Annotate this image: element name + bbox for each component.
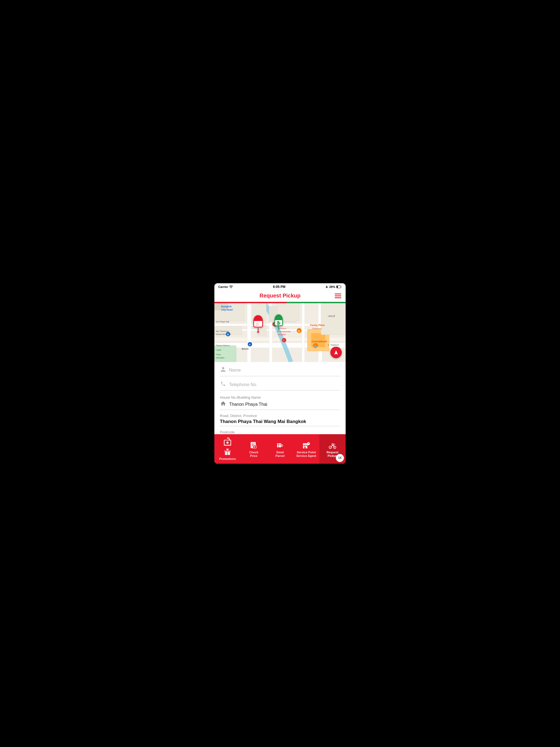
bottom-nav: Promotions ฿ CheckPrice <box>214 434 346 463</box>
status-bar: Carrier 6:05 PM 28% <box>214 283 346 290</box>
status-time: 6:05 PM <box>273 285 285 289</box>
menu-button[interactable] <box>335 293 341 298</box>
map-svg: Bangkok City Hotel Soi Phaya Nak Jim Tho… <box>214 302 346 362</box>
svg-text:⌂: ⌂ <box>256 321 259 326</box>
svg-text:Jim Thomson: Jim Thomson <box>216 330 229 333</box>
location-arrow-icon <box>325 285 328 288</box>
svg-text:🛍: 🛍 <box>298 330 300 333</box>
svg-text:Pantip Plaza: Pantip Plaza <box>310 324 325 327</box>
phone-icon <box>220 381 226 388</box>
house-label: House No./Building Name <box>220 395 340 400</box>
svg-rect-75 <box>305 445 307 446</box>
battery-text: 28% <box>329 285 335 288</box>
svg-rect-73 <box>303 443 307 444</box>
service-point-icon <box>302 441 311 449</box>
svg-point-81 <box>330 447 331 447</box>
promotions-label: Promotions <box>219 457 236 461</box>
svg-rect-68 <box>252 445 254 446</box>
road-label: Road, District, Province <box>220 414 340 418</box>
svg-text:🐉: 🐉 <box>276 321 281 325</box>
zoom-badge[interactable]: 1X <box>336 454 344 462</box>
name-field-row <box>220 366 340 376</box>
battery-icon <box>336 285 342 288</box>
svg-rect-74 <box>304 445 305 446</box>
svg-text:Bangkok: Bangkok <box>221 305 232 308</box>
app-container: Carrier 6:05 PM 28% Request Pickup <box>214 283 346 463</box>
send-parcel-label: SendParcel <box>275 450 284 458</box>
map-container[interactable]: Bangkok City Hotel Soi Phaya Nak Jim Tho… <box>214 302 346 362</box>
nav-service-point[interactable]: Service PointService Agent <box>293 434 320 463</box>
svg-text:Legal: Legal <box>216 349 221 351</box>
svg-text:🏛: 🏛 <box>227 333 229 336</box>
svg-text:Soi Phaya Nak: Soi Phaya Nak <box>216 320 229 323</box>
svg-rect-66 <box>252 443 255 444</box>
svg-text:เพชรบุรี: เพชรบุรี <box>328 315 335 317</box>
name-input[interactable] <box>229 368 340 373</box>
svg-point-54 <box>257 331 259 333</box>
svg-text:BACC: BACC <box>242 347 249 350</box>
check-price-icon: ฿ <box>249 441 258 449</box>
svg-point-83 <box>332 443 333 445</box>
check-price-label: CheckPrice <box>249 450 258 458</box>
svg-text:City Hotel: City Hotel <box>221 308 233 311</box>
road-value: Thanon Phaya Thai Wang Mai Bangkok <box>220 419 306 424</box>
svg-point-78 <box>308 443 309 444</box>
building-icon <box>220 401 226 408</box>
form-container: House No./Building Name Thanon Phaya Tha… <box>214 362 346 434</box>
gift-icon <box>223 447 232 456</box>
send-parcel-icon <box>276 441 284 449</box>
house-section: House No./Building Name Thanon Phaya Tha… <box>220 395 340 410</box>
road-section: Road, District, Province Thanon Phaya Th… <box>220 414 340 426</box>
svg-text:Pharmaceutic: Pharmaceutic <box>277 330 291 333</box>
house-value: Thanon Phaya Thai <box>229 402 267 407</box>
telephone-input[interactable] <box>229 382 340 387</box>
service-point-label: Service PointService Agent <box>297 450 316 458</box>
carrier-text: Carrier <box>218 285 228 288</box>
svg-rect-20 <box>321 302 346 335</box>
svg-text:C: C <box>328 344 330 346</box>
status-left: Carrier <box>218 285 233 288</box>
svg-text:Thanon Rama I: Thanon Rama I <box>216 344 230 347</box>
nav-promotions[interactable]: Promotions <box>214 434 240 463</box>
svg-rect-2 <box>337 286 338 288</box>
svg-text:🏪: 🏪 <box>314 344 317 348</box>
svg-text:Pratunam: Pratunam <box>312 327 322 330</box>
telephone-field-row <box>220 381 340 390</box>
navigation-icon <box>333 350 339 355</box>
svg-rect-69 <box>277 443 281 447</box>
svg-text:Rajdamr: Rajdamr <box>331 344 339 346</box>
svg-text:Phirom: Phirom <box>279 327 286 330</box>
person-icon <box>220 366 226 374</box>
wifi-icon <box>229 285 233 288</box>
house-row: Thanon Phaya Thai <box>220 401 340 410</box>
request-pickup-icon <box>328 441 337 449</box>
svg-rect-10 <box>302 302 305 362</box>
svg-text:Thep: Thep <box>216 353 221 356</box>
svg-text:Hospital: Hospital <box>278 333 286 336</box>
status-right: 28% <box>325 285 342 288</box>
postcode-label: Postcode <box>220 430 340 434</box>
nav-check-price[interactable]: ฿ CheckPrice <box>240 434 267 463</box>
svg-rect-8 <box>247 302 251 362</box>
svg-text:+: + <box>283 339 284 342</box>
svg-text:⊕: ⊕ <box>249 343 251 346</box>
svg-text:฿: ฿ <box>254 446 255 448</box>
svg-rect-57 <box>225 441 230 446</box>
svg-text:Hatsadin: Hatsadin <box>216 357 225 359</box>
svg-text:CentralWorld: CentralWorld <box>311 340 327 343</box>
map-top-bar <box>214 302 346 303</box>
nav-send-parcel[interactable]: SendParcel <box>267 434 293 463</box>
page-title: Request Pickup <box>259 292 301 299</box>
promotions-icon <box>223 437 232 446</box>
svg-rect-76 <box>304 446 305 448</box>
header: Request Pickup <box>214 290 346 302</box>
svg-point-0 <box>231 288 231 288</box>
